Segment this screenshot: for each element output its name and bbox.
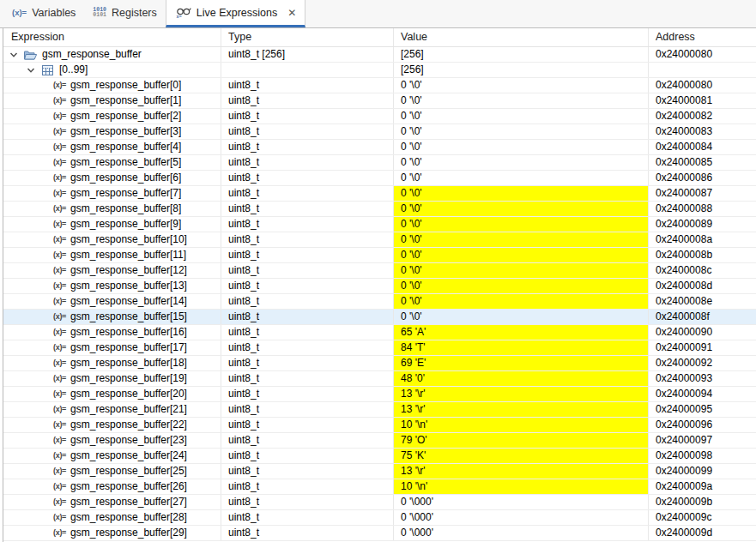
expression-icon: (x)= bbox=[53, 93, 66, 108]
table-row[interactable]: (x)=gsm_response_buffer[19]uint8_t48 '0'… bbox=[3, 371, 756, 387]
expression-cell: (x)=gsm_response_buffer[23] bbox=[3, 433, 221, 448]
table-row[interactable]: (x)=gsm_response_buffer[7]uint8_t0 '\0'0… bbox=[3, 186, 756, 202]
table-row[interactable]: (x)=gsm_response_buffer[18]uint8_t69 'E'… bbox=[3, 356, 756, 371]
value-cell: 0 '\0' bbox=[394, 294, 649, 309]
address-cell: 0x2400008e bbox=[649, 294, 756, 309]
type-cell: uint8_t bbox=[221, 340, 394, 355]
address-cell: 0x24000097 bbox=[649, 433, 756, 448]
expression-cell: (x)=gsm_response_buffer[12] bbox=[3, 263, 221, 278]
table-row[interactable]: (x)=gsm_response_buffer[26]uint8_t10 '\n… bbox=[3, 479, 756, 495]
expression-label: gsm_response_buffer[8] bbox=[70, 202, 181, 216]
type-cell: uint8_t bbox=[221, 356, 394, 370]
expression-cell: (x)=gsm_response_buffer[25] bbox=[3, 464, 221, 479]
type-cell: uint8_t bbox=[221, 109, 394, 123]
type-cell: uint8_t bbox=[221, 387, 394, 401]
expression-label: gsm_response_buffer[18] bbox=[70, 356, 187, 370]
tab-label: Registers bbox=[112, 7, 157, 19]
table-row[interactable]: (x)=gsm_response_buffer[16]uint8_t65 'A'… bbox=[3, 325, 756, 340]
value-cell: 0 '\0' bbox=[394, 248, 649, 262]
expression-icon: (x)= bbox=[53, 248, 66, 262]
type-cell: uint8_t bbox=[221, 140, 394, 154]
tab-registers[interactable]: 1010 0101 Registers bbox=[84, 0, 165, 27]
value-cell: [256] bbox=[394, 63, 649, 77]
table-row[interactable]: (x)=gsm_response_buffer[17]uint8_t84 'T'… bbox=[3, 340, 756, 356]
expression-icon: (x)= bbox=[53, 356, 66, 370]
type-cell: uint8_t bbox=[221, 217, 394, 232]
address-cell: 0x24000080 bbox=[649, 78, 756, 93]
table-row[interactable]: (x)=gsm_response_buffer[5]uint8_t0 '\0'0… bbox=[3, 155, 756, 171]
table-row[interactable]: (x)=gsm_response_buffer[12]uint8_t0 '\0'… bbox=[3, 263, 756, 279]
type-cell: uint8_t [256] bbox=[221, 47, 394, 62]
table-row[interactable]: (x)=gsm_response_buffer[29]uint8_t0 '\00… bbox=[3, 526, 756, 541]
type-cell: uint8_t bbox=[221, 78, 394, 93]
column-header-type[interactable]: Type bbox=[221, 28, 394, 46]
type-cell: uint8_t bbox=[221, 248, 394, 262]
address-cell: 0x24000089 bbox=[649, 217, 756, 232]
value-cell: 13 '\r' bbox=[394, 464, 649, 479]
expression-label: gsm_response_buffer[29] bbox=[70, 526, 187, 540]
table-row[interactable]: (x)=gsm_response_buffer[27]uint8_t0 '\00… bbox=[3, 495, 756, 510]
table-header: Expression Type Value Address bbox=[3, 28, 756, 47]
expression-label: gsm_response_buffer[4] bbox=[70, 140, 181, 154]
table-row[interactable]: (x)=gsm_response_buffer[25]uint8_t13 '\r… bbox=[3, 464, 756, 479]
table-row[interactable]: (x)=gsm_response_buffer[15]uint8_t0 '\0'… bbox=[3, 310, 756, 325]
type-cell: uint8_t bbox=[221, 495, 394, 509]
table-row[interactable]: (x)=gsm_response_buffer[21]uint8_t13 '\r… bbox=[3, 402, 756, 418]
address-cell: 0x2400008f bbox=[649, 310, 756, 324]
value-cell: [256] bbox=[394, 47, 649, 62]
table-row[interactable]: (x)=gsm_response_buffer[28]uint8_t0 '\00… bbox=[3, 510, 756, 526]
view-tab-bar: (x)= Variables 1010 0101 Registers x= Li… bbox=[0, 0, 756, 28]
expression-cell: (x)=gsm_response_buffer[21] bbox=[3, 402, 221, 417]
column-header-address[interactable]: Address bbox=[649, 28, 756, 46]
expression-icon: (x)= bbox=[53, 510, 66, 525]
table-row[interactable]: (x)=gsm_response_buffer[24]uint8_t75 'K'… bbox=[3, 449, 756, 464]
address-cell: 0x24000085 bbox=[649, 155, 756, 170]
chevron-down-icon[interactable] bbox=[9, 50, 19, 60]
table-row[interactable]: (x)=gsm_response_buffer[10]uint8_t0 '\0'… bbox=[3, 232, 756, 248]
table-row[interactable]: (x)=gsm_response_buffer[6]uint8_t0 '\0'0… bbox=[3, 171, 756, 186]
expression-cell: (x)=gsm_response_buffer[16] bbox=[3, 325, 221, 340]
column-header-value[interactable]: Value bbox=[394, 28, 649, 46]
type-cell: uint8_t bbox=[221, 526, 394, 540]
column-header-expression[interactable]: Expression bbox=[3, 28, 221, 46]
table-row[interactable]: (x)=gsm_response_buffer[8]uint8_t0 '\0'0… bbox=[3, 202, 756, 217]
table-row[interactable]: (x)=gsm_response_buffer[2]uint8_t0 '\0'0… bbox=[3, 109, 756, 124]
address-cell: 0x24000090 bbox=[649, 325, 756, 340]
tab-variables[interactable]: (x)= Variables bbox=[3, 0, 84, 27]
table-row[interactable]: (x)=gsm_response_buffer[3]uint8_t0 '\0'0… bbox=[3, 124, 756, 140]
expression-cell: (x)=gsm_response_buffer[28] bbox=[3, 510, 221, 525]
table-row[interactable]: (x)=gsm_response_buffer[20]uint8_t13 '\r… bbox=[3, 387, 756, 402]
table-row[interactable]: (x)=gsm_response_buffer[22]uint8_t10 '\n… bbox=[3, 418, 756, 433]
table-row[interactable]: (x)=gsm_response_buffer[0]uint8_t0 '\0'0… bbox=[3, 78, 756, 93]
expression-icon: (x)= bbox=[53, 464, 66, 479]
folder-open-icon bbox=[23, 49, 38, 61]
expression-label: gsm_response_buffer[5] bbox=[70, 155, 181, 170]
value-cell: 13 '\r' bbox=[394, 402, 649, 417]
address-cell: 0x24000091 bbox=[649, 340, 756, 355]
expression-icon: (x)= bbox=[53, 78, 66, 93]
close-icon[interactable]: ✕ bbox=[287, 8, 296, 18]
type-cell: uint8_t bbox=[221, 510, 394, 525]
tab-live-expressions[interactable]: x= Live Expressions ✕ bbox=[166, 0, 306, 27]
table-row[interactable]: (x)=gsm_response_buffer[23]uint8_t79 'O'… bbox=[3, 433, 756, 449]
table-row[interactable]: (x)=gsm_response_buffer[9]uint8_t0 '\0'0… bbox=[3, 217, 756, 232]
expression-cell: (x)=gsm_response_buffer[18] bbox=[3, 356, 221, 370]
table-row[interactable]: (x)=gsm_response_buffer[4]uint8_t0 '\0'0… bbox=[3, 140, 756, 155]
table-row[interactable]: (x)=gsm_response_buffer[13]uint8_t0 '\0'… bbox=[3, 279, 756, 294]
table-row[interactable]: (x)=gsm_response_buffer[1]uint8_t0 '\0'0… bbox=[3, 93, 756, 109]
expression-icon: (x)= bbox=[53, 109, 66, 123]
table-row[interactable]: (x)=gsm_response_buffer[11]uint8_t0 '\0'… bbox=[3, 248, 756, 263]
table-row[interactable]: gsm_response_bufferuint8_t [256][256]0x2… bbox=[3, 47, 756, 63]
table-row[interactable]: [0..99][256] bbox=[3, 63, 756, 78]
expressions-table: Expression Type Value Address gsm_respon… bbox=[3, 28, 756, 542]
expression-icon: (x)= bbox=[53, 387, 66, 401]
expression-cell: (x)=gsm_response_buffer[1] bbox=[3, 93, 221, 108]
chevron-down-icon[interactable] bbox=[26, 65, 36, 75]
expression-label: gsm_response_buffer[1] bbox=[70, 93, 181, 108]
registers-icon: 1010 0101 bbox=[93, 8, 106, 18]
table-row[interactable]: (x)=gsm_response_buffer[14]uint8_t0 '\0'… bbox=[3, 294, 756, 310]
address-cell: 0x24000092 bbox=[649, 356, 756, 370]
type-cell: uint8_t bbox=[221, 155, 394, 170]
address-cell: 0x24000094 bbox=[649, 387, 756, 401]
expression-label: gsm_response_buffer[13] bbox=[70, 279, 187, 293]
